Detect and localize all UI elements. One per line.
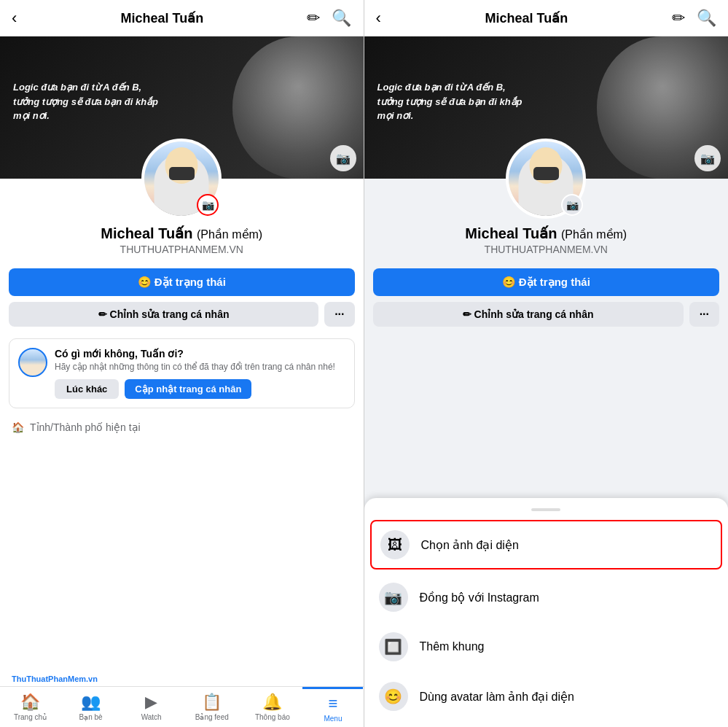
popup-item-add-frame-icon: 🔲: [379, 632, 408, 661]
nav-home-label: Trang chủ: [14, 713, 47, 721]
popup-item-use-avatar[interactable]: 😊 Dùng avatar làm ảnh đại diện: [364, 672, 729, 721]
left-header-icons: ✏ 🔍: [307, 9, 351, 28]
left-profile-section: 📷 Micheal Tuấn (Phần mềm) THUTHUATPHANME…: [0, 179, 364, 263]
left-cover-text: Logic đưa bạn đi từ A đến B, tưởng tượng…: [13, 80, 159, 123]
suggestion-update-button[interactable]: Cập nhật trang cá nhân: [125, 379, 251, 399]
notifications-icon: 🔔: [262, 693, 282, 712]
popup-item-use-avatar-label: Dùng avatar làm ảnh đại diện: [420, 690, 574, 704]
location-icon: 🏠: [12, 421, 24, 433]
right-cover-text: Logic đưa bạn đi từ A đến B, tưởng tượng…: [377, 80, 523, 123]
right-avatar-mask: [533, 167, 559, 180]
left-profile-name: Micheal Tuấn (Phần mềm): [101, 225, 262, 242]
left-cover-camera-button[interactable]: 📷: [330, 145, 356, 171]
menu-icon: ≡: [329, 694, 338, 713]
nav-home[interactable]: 🏠 Trang chủ: [0, 687, 60, 727]
nav-notifications-label: Thông báo: [255, 713, 290, 721]
left-location-row: 🏠 Tỉnh/Thành phố hiện tại: [0, 414, 364, 440]
left-bottom-nav: 🏠 Trang chủ 👥 Bạn bè ▶ Watch 📋 Bảng feed…: [0, 686, 364, 727]
nav-watch-label: Watch: [141, 713, 162, 721]
right-popup-menu: 🖼 Chọn ảnh đại diện 📷 Đồng bộ với Instag…: [364, 498, 729, 727]
avatar-head: [165, 147, 198, 184]
feed-icon: 📋: [202, 693, 222, 712]
left-status-button[interactable]: 😊 Đặt trạng thái: [9, 268, 355, 296]
suggestion-later-button[interactable]: Lúc khác: [55, 379, 119, 399]
left-scroll-area: Logic đưa bạn đi từ A đến B, tưởng tượng…: [0, 36, 364, 727]
right-avatar-camera-button[interactable]: 📷: [561, 194, 583, 216]
suggestion-content: Có gì mới không, Tuấn ơi? Hãy cập nhật n…: [55, 348, 345, 399]
left-suggestion-box: Có gì mới không, Tuấn ơi? Hãy cập nhật n…: [9, 338, 355, 408]
right-profile-section: 📷 Micheal Tuấn (Phần mềm) THUTHUATPHANME…: [364, 179, 729, 263]
friends-icon: 👥: [81, 693, 101, 712]
left-avatar-container: 📷: [141, 139, 222, 219]
right-avatar-container: 📷: [506, 139, 586, 219]
right-profile-name: Micheal Tuấn (Phần mềm): [465, 225, 627, 242]
right-back-button[interactable]: ‹: [376, 9, 381, 28]
suggestion-text: Hãy cập nhật những thông tin có thể đã t…: [55, 361, 345, 373]
popup-item-choose-avatar-icon: 🖼: [380, 530, 410, 559]
popup-item-use-avatar-icon: 😊: [379, 682, 408, 711]
right-edit-icon[interactable]: ✏: [672, 9, 685, 28]
popup-handle: [531, 508, 560, 511]
nav-notifications[interactable]: 🔔 Thông báo: [242, 687, 302, 727]
home-icon: 🏠: [20, 693, 40, 712]
popup-item-add-frame-label: Thêm khung: [420, 640, 485, 653]
nav-feed-label: Bảng feed: [195, 713, 229, 721]
left-header: ‹ Micheal Tuấn ✏ 🔍: [0, 0, 364, 36]
left-edit-profile-button[interactable]: ✏ Chỉnh sửa trang cá nhân: [9, 302, 318, 327]
nav-feed[interactable]: 📋 Bảng feed: [181, 687, 242, 727]
right-panel-content: Logic đưa bạn đi từ A đến B, tưởng tượng…: [364, 36, 729, 727]
suggestion-avatar: [18, 348, 47, 377]
popup-item-sync-instagram-label: Đồng bộ với Instagram: [420, 591, 539, 604]
right-profile-sub: THUTHUATPHANMEM.VN: [485, 244, 608, 255]
left-avatar-camera-button[interactable]: 📷: [197, 194, 219, 216]
left-action-buttons: 😊 Đặt trạng thái ✏ Chỉnh sửa trang cá nh…: [0, 263, 364, 333]
popup-item-sync-instagram-icon: 📷: [379, 583, 408, 612]
popup-item-choose-avatar[interactable]: 🖼 Chọn ảnh đại diện: [370, 520, 723, 569]
left-profile-sub: THUTHUATPHANMEM.VN: [120, 244, 243, 255]
right-more-button[interactable]: ···: [689, 302, 719, 327]
right-action-buttons: 😊 Đặt trạng thái ✏ Chỉnh sửa trang cá nh…: [364, 263, 729, 333]
right-avatar-head: [530, 147, 563, 184]
right-btn-row: ✏ Chỉnh sửa trang cá nhân ···: [373, 302, 720, 327]
nav-friends-label: Bạn bè: [79, 713, 103, 721]
popup-item-choose-avatar-label: Chọn ảnh đại diện: [421, 538, 519, 552]
right-panel: ‹ Micheal Tuấn ✏ 🔍 Logic đưa bạn đi từ A…: [364, 0, 729, 727]
nav-menu-label: Menu: [324, 715, 342, 723]
right-cover-camera-button[interactable]: 📷: [694, 145, 721, 171]
left-panel: ‹ Micheal Tuấn ✏ 🔍 Logic đưa bạn đi từ A…: [0, 0, 364, 727]
right-header-title: Micheal Tuấn: [485, 10, 568, 26]
left-btn-row: ✏ Chỉnh sửa trang cá nhân ···: [9, 302, 355, 327]
right-search-icon[interactable]: 🔍: [697, 9, 716, 28]
left-search-icon[interactable]: 🔍: [332, 9, 351, 28]
right-header-icons: ✏ 🔍: [672, 9, 716, 28]
left-header-title: Micheal Tuấn: [121, 10, 204, 26]
right-header: ‹ Micheal Tuấn ✏ 🔍: [364, 0, 729, 36]
left-edit-icon[interactable]: ✏: [307, 9, 320, 28]
popup-item-sync-instagram[interactable]: 📷 Đồng bộ với Instagram: [364, 572, 729, 622]
popup-item-add-frame[interactable]: 🔲 Thêm khung: [364, 622, 729, 672]
left-back-button[interactable]: ‹: [12, 9, 17, 28]
right-status-button[interactable]: 😊 Đặt trạng thái: [373, 268, 720, 296]
avatar-mask: [169, 167, 195, 180]
watch-icon: ▶: [145, 693, 157, 712]
suggestion-title: Có gì mới không, Tuấn ơi?: [55, 348, 345, 359]
location-text: Tỉnh/Thành phố hiện tại: [30, 421, 141, 433]
right-edit-profile-button[interactable]: ✏ Chỉnh sửa trang cá nhân: [373, 302, 684, 327]
left-more-button[interactable]: ···: [324, 302, 354, 327]
nav-menu[interactable]: ≡ Menu: [302, 687, 363, 727]
left-watermark: ThuThuatPhanMem.vn: [0, 672, 364, 686]
nav-watch[interactable]: ▶ Watch: [121, 687, 181, 727]
nav-friends[interactable]: 👥 Bạn bè: [60, 687, 121, 727]
suggestion-actions: Lúc khác Cập nhật trang cá nhân: [55, 379, 345, 399]
